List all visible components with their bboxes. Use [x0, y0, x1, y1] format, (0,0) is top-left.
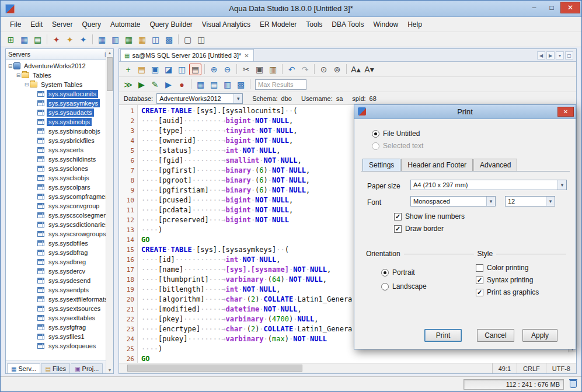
- print-button[interactable]: Print: [424, 329, 462, 342]
- zoom-in-icon[interactable]: ⊕: [208, 64, 220, 75]
- tree-node-sys-syscsrowgroups[interactable]: sys.syscsrowgroups: [6, 229, 113, 239]
- redo-icon[interactable]: ↷: [299, 64, 311, 75]
- tree-node-sys-syscolpars[interactable]: sys.syscolpars: [6, 183, 113, 192]
- print-tab-advanced[interactable]: Advanced: [473, 159, 517, 172]
- radio-selected-icon[interactable]: [381, 269, 389, 276]
- print-dialog-close-button[interactable]: ✕: [557, 107, 574, 117]
- menu-query[interactable]: Query: [77, 18, 106, 31]
- tab-close-icon[interactable]: ✕: [243, 52, 249, 59]
- save-all-icon[interactable]: ◫: [176, 64, 188, 75]
- compare-tool-icon[interactable]: ◫: [149, 34, 162, 46]
- save-as-icon[interactable]: ◪: [162, 64, 175, 75]
- menu-help[interactable]: Help: [403, 18, 427, 31]
- tab-scroll-right-icon[interactable]: ▶: [546, 51, 555, 60]
- scroll-down-icon[interactable]: ▼: [106, 366, 113, 373]
- menu-window[interactable]: Window: [369, 18, 403, 31]
- open-window-icon[interactable]: ▢: [182, 34, 194, 46]
- checkbox-checked-icon[interactable]: ✓: [394, 213, 402, 220]
- style-print-as-graphics[interactable]: ✓Print as graphics: [476, 288, 539, 296]
- panel-tab-serv[interactable]: ▦Serv...: [7, 363, 40, 373]
- radio-selected-icon[interactable]: [372, 130, 379, 138]
- tree-node-sys-sysextfileformats[interactable]: sys.sysextfileformats: [6, 295, 113, 304]
- font-increase-icon[interactable]: A▴: [350, 64, 362, 75]
- cut-icon[interactable]: ✂: [240, 64, 252, 75]
- tree-node-system-tables[interactable]: ⊟System Tables: [6, 80, 113, 89]
- window-list-icon[interactable]: ◫: [195, 34, 207, 46]
- apply-button[interactable]: Apply: [522, 329, 557, 342]
- garbage-collect-icon[interactable]: [570, 380, 577, 388]
- tree-expander-icon[interactable]: ⊟: [7, 63, 13, 69]
- undo-icon[interactable]: ↶: [285, 64, 298, 75]
- results-file-icon[interactable]: ▥: [221, 79, 234, 90]
- panel-tab-proj[interactable]: ▣Proj...: [71, 363, 103, 373]
- menu-tools[interactable]: Tools: [301, 18, 327, 31]
- orientation-portrait[interactable]: Portrait: [381, 268, 427, 276]
- database-select[interactable]: AdventureWorks2012 ▾: [156, 93, 243, 104]
- menu-er-modeler[interactable]: ER Modeler: [255, 18, 301, 31]
- connect-server-icon[interactable]: ▦: [18, 34, 30, 46]
- editor-hscrollbar[interactable]: [119, 363, 492, 373]
- results-pivot-icon[interactable]: ▩: [235, 79, 247, 90]
- tree-scrollbar-thumb[interactable]: [107, 57, 113, 91]
- tree-node-sys-sysallocunits[interactable]: sys.sysallocunits: [6, 89, 113, 99]
- line-ending-selector[interactable]: CRLF: [517, 363, 546, 373]
- tree-node-sys-sysasymkeys[interactable]: sys.sysasymkeys: [6, 99, 113, 108]
- option-show-line-numbers[interactable]: ✓Show line numbers: [394, 212, 465, 220]
- radio-unselected-icon[interactable]: [372, 142, 379, 150]
- execute-all-icon[interactable]: ≫: [122, 79, 134, 90]
- encoding-selector[interactable]: UTF-8: [546, 363, 576, 373]
- checkbox-checked-icon[interactable]: ✓: [476, 276, 483, 284]
- table-data-icon[interactable]: ▦: [96, 34, 108, 46]
- scroll-up-icon[interactable]: ▲: [106, 49, 113, 56]
- tree-node-sys-sysexttables[interactable]: sys.sysexttables: [6, 313, 113, 323]
- option-draw-border[interactable]: ✓Draw border: [394, 225, 465, 233]
- style-color-printing[interactable]: Color printing: [476, 264, 539, 272]
- tree-node-sys-sysfgfrag[interactable]: sys.sysfgfrag: [6, 323, 113, 332]
- er-modeler-icon[interactable]: ✦: [77, 34, 89, 46]
- panel-tab-files[interactable]: ▤Files: [41, 363, 70, 373]
- tab-list-icon[interactable]: ▾: [556, 51, 564, 60]
- paper-size-select[interactable]: A4 (210 x 297 mm) ▾: [410, 180, 567, 190]
- paste-icon[interactable]: ▥: [267, 64, 279, 75]
- query-analyzer-icon[interactable]: ✦: [50, 34, 62, 46]
- tree-node-tables[interactable]: ⊟Tables: [6, 71, 113, 80]
- tree-node-sys-syscscolsegment[interactable]: sys.syscscolsegment: [6, 211, 113, 220]
- style-syntax-printing[interactable]: ✓Syntax printing: [476, 276, 539, 284]
- document-tab[interactable]: ▦ sa@MS SQL Server 2016 [Untitled 3]* ✕: [120, 49, 254, 61]
- tree-node-sys-sysdbreg[interactable]: sys.sysdbreg: [6, 257, 113, 267]
- tree-node-sys-syschildinsts[interactable]: sys.syschildinsts: [6, 155, 113, 164]
- font-decrease-icon[interactable]: A▾: [363, 64, 375, 75]
- tree-node-sys-sysextsources[interactable]: sys.sysextsources: [6, 304, 113, 313]
- open-file-icon[interactable]: ▤: [135, 64, 148, 75]
- execute-edit-icon[interactable]: ✎: [149, 79, 161, 90]
- find-next-icon[interactable]: ⊚: [331, 64, 343, 75]
- table-ddl-icon[interactable]: ▥: [109, 34, 121, 46]
- menu-server[interactable]: Server: [47, 18, 77, 31]
- checkbox-unchecked-icon[interactable]: [476, 264, 483, 272]
- find-icon[interactable]: ⊙: [318, 64, 330, 75]
- checkbox-checked-icon[interactable]: ✓: [476, 289, 483, 296]
- tree-node-sys-sysfoqueues[interactable]: sys.sysfoqueues: [6, 341, 113, 351]
- menu-visual-analytics[interactable]: Visual Analytics: [197, 18, 255, 31]
- tree-node-sys-syscsdictionaries[interactable]: sys.syscsdictionaries: [6, 220, 113, 229]
- new-file-icon[interactable]: +: [122, 64, 134, 75]
- tree-node-sys-sysaudacts[interactable]: sys.sysaudacts: [6, 108, 113, 117]
- query-builder-icon[interactable]: ✦: [64, 34, 76, 46]
- tree-node-sys-sysdbfrag[interactable]: sys.sysdbfrag: [6, 248, 113, 257]
- execute-export-icon[interactable]: ▶: [162, 79, 175, 90]
- tab-maximize-icon[interactable]: ▢: [565, 51, 573, 60]
- results-grid-icon[interactable]: ▦: [194, 79, 207, 90]
- tree-node-sys-sysbinobjs[interactable]: sys.sysbinobjs: [6, 117, 113, 127]
- menu-file[interactable]: File: [5, 18, 26, 31]
- tree-node-sys-sysclones[interactable]: sys.sysclones: [6, 164, 113, 173]
- max-results-input[interactable]: [255, 79, 306, 90]
- editor-hscrollbar-thumb[interactable]: [127, 365, 302, 372]
- close-button[interactable]: ✕: [560, 2, 580, 13]
- font-select[interactable]: Monospaced ▾: [410, 196, 496, 206]
- scope-selected-text[interactable]: Selected text: [372, 142, 423, 150]
- menu-dba-tools[interactable]: DBA Tools: [327, 18, 368, 31]
- menu-query-builder[interactable]: Query Builder: [145, 18, 197, 31]
- tree-node-sys-sysconvgroup[interactable]: sys.sysconvgroup: [6, 201, 113, 211]
- orientation-landscape[interactable]: Landscape: [381, 282, 427, 290]
- cancel-button[interactable]: Cancel: [477, 329, 514, 342]
